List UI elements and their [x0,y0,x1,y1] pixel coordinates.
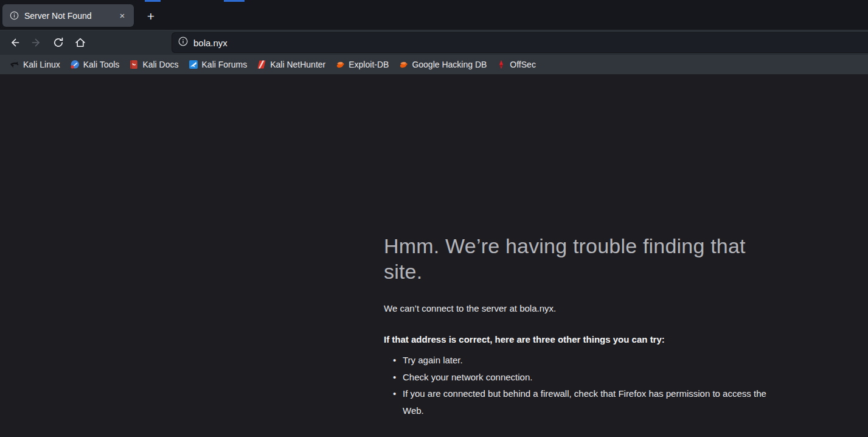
kali-nethunter-icon [257,60,266,69]
error-suggestion-header: If that address is correct, here are thr… [384,334,783,344]
bookmark-label: Kali Linux [23,60,60,69]
offsec-icon [496,60,506,69]
top-blue-strip [224,0,245,2]
back-arrow-icon [9,37,21,49]
forward-button[interactable] [27,33,46,52]
info-icon [178,37,188,49]
bookmark-kali-tools[interactable]: Kali Tools [66,58,123,71]
forward-arrow-icon [30,37,43,49]
tab-server-not-found[interactable]: Server Not Found × [2,4,134,27]
suggestion-item: If you are connected but behind a firewa… [384,385,783,419]
browser-window: Server Not Found × + [0,0,868,437]
kali-forums-icon [189,60,198,69]
navigation-toolbar: bola.nyx [0,30,868,55]
error-suggestion-list: Try again later. Check your network conn… [384,352,783,419]
bookmark-label: Google Hacking DB [412,60,487,69]
bookmark-offsec[interactable]: OffSec [493,58,540,71]
neterror-container: Hmm. We’re having trouble finding that s… [384,233,783,437]
bookmark-label: Kali Docs [142,60,178,69]
page-content: Hmm. We’re having trouble finding that s… [0,74,868,437]
url-text[interactable]: bola.nyx [193,38,227,48]
info-icon [10,11,19,21]
suggestion-item: Check your network connection. [384,369,783,386]
kali-tools-icon [70,60,80,69]
kali-linux-icon [10,60,19,69]
back-button[interactable] [5,33,24,52]
bookmark-label: Kali Forums [202,60,248,69]
bookmark-kali-forums[interactable]: Kali Forums [185,58,251,71]
reload-icon [52,37,64,49]
home-button[interactable] [71,33,90,52]
suggestion-item: Try again later. [384,352,783,369]
reload-button[interactable] [49,33,68,52]
url-bar[interactable]: bola.nyx [172,32,868,53]
error-description: We can’t connect to the server at bola.n… [384,303,783,313]
new-tab-button[interactable]: + [142,7,159,24]
tab-title: Server Not Found [24,11,116,21]
bookmark-kali-linux[interactable]: Kali Linux [6,58,64,71]
bookmark-label: OffSec [510,60,536,69]
bookmark-label: Exploit-DB [349,60,389,69]
tab-close-icon[interactable]: × [116,9,129,23]
bookmark-label: Kali Tools [83,60,120,69]
kali-docs-icon [129,60,139,69]
home-icon [74,37,86,49]
top-blue-strip [145,0,161,2]
google-hacking-db-icon [398,60,408,69]
bookmark-exploit-db[interactable]: Exploit-DB [332,58,392,71]
bookmarks-toolbar: Kali Linux Kali Tools Kali Docs [0,55,868,74]
error-title: Hmm. We’re having trouble finding that s… [384,233,783,284]
bookmark-google-hacking-db[interactable]: Google Hacking DB [395,58,490,71]
exploit-db-icon [335,60,345,69]
bookmark-label: Kali NetHunter [270,60,325,69]
bookmark-kali-nethunter[interactable]: Kali NetHunter [253,58,329,71]
bookmark-kali-docs[interactable]: Kali Docs [125,58,182,71]
tab-bar: Server Not Found × + [0,0,868,30]
